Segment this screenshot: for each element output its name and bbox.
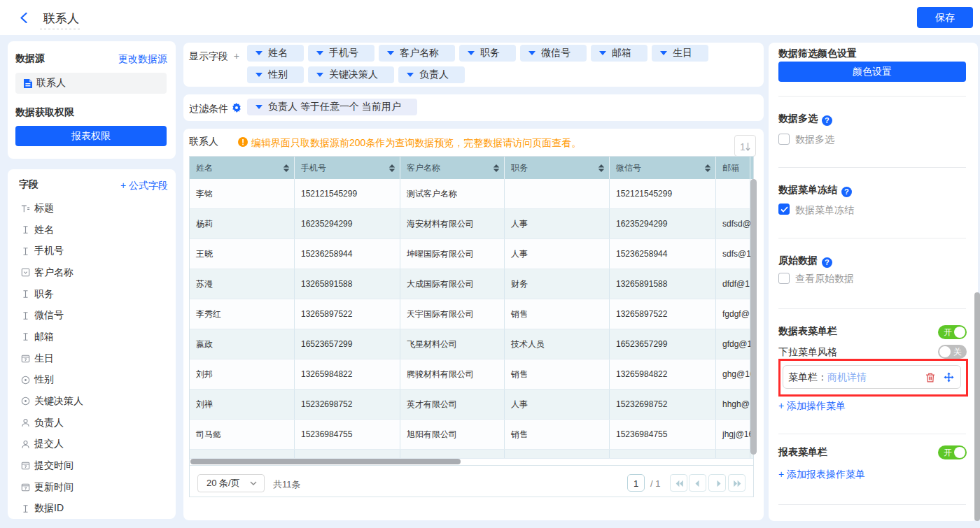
svg-text:1: 1 — [740, 141, 746, 152]
